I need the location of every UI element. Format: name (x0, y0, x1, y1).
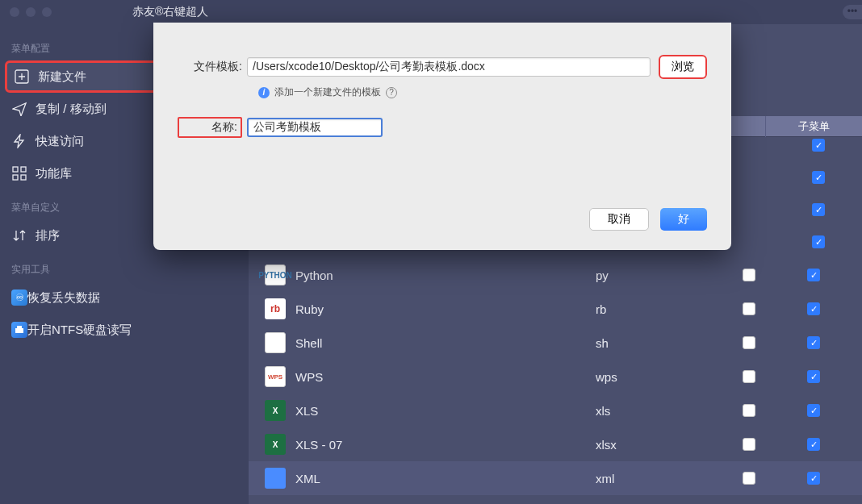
info-icon: i (258, 87, 270, 98)
file-template-input[interactable] (247, 57, 651, 77)
sidebar-item-label: 功能库 (36, 166, 72, 181)
enable-checkbox[interactable] (743, 370, 755, 383)
app-title: 赤友®右键超人 (132, 5, 208, 19)
file-name: Python (295, 269, 596, 282)
file-name: XLS - 07 (295, 438, 596, 452)
sidebar-item-label: 开启NTFS硬盘读写 (27, 323, 132, 338)
submenu-checkbox[interactable] (807, 302, 820, 315)
svg-rect-4 (21, 175, 26, 180)
file-name: Ruby (295, 302, 596, 316)
file-ext: xlsx (596, 438, 717, 452)
svg-rect-1 (13, 167, 18, 172)
file-row[interactable]: Shell sh (249, 326, 862, 360)
file-ext: py (596, 269, 717, 282)
hint-text: i 添加一个新建文件的模板 ? (258, 85, 707, 99)
enable-checkbox[interactable] (743, 269, 755, 281)
file-type-icon: X (265, 434, 286, 455)
submenu-checkbox[interactable] (807, 370, 820, 383)
file-ext: xls (596, 404, 717, 418)
sort-icon (11, 227, 27, 244)
sidebar-item-label: 快速访问 (36, 134, 84, 149)
close-light[interactable] (10, 7, 19, 17)
sidebar-item-recover[interactable]: ♾ 恢复丢失数据 (0, 281, 249, 314)
file-name: WPS (295, 370, 596, 384)
submenu-checkbox[interactable] (807, 336, 820, 349)
enable-checkbox[interactable] (743, 438, 755, 451)
enable-checkbox[interactable] (743, 404, 755, 417)
enable-checkbox[interactable] (743, 336, 755, 349)
submenu-checkbox[interactable] (812, 171, 825, 184)
sidebar-item-ntfs[interactable]: 开启NTFS硬盘读写 (0, 314, 249, 346)
section-tools: 实用工具 (0, 252, 249, 281)
hint-label: 添加一个新建文件的模板 (274, 85, 381, 99)
lightning-icon (11, 133, 27, 149)
label-name: 名称: (178, 117, 242, 138)
submenu-checkbox[interactable] (812, 203, 825, 216)
grid-icon (11, 165, 27, 181)
sidebar-item-label: 排序 (36, 228, 60, 244)
browse-button[interactable]: 浏览 (659, 55, 707, 79)
column-submenu[interactable]: 子菜单 (765, 116, 862, 137)
file-row[interactable]: WPS WPS wps (249, 360, 862, 394)
new-template-dialog: 文件模板: 浏览 i 添加一个新建文件的模板 ? 名称: 取消 好 (153, 23, 731, 250)
file-row[interactable]: X XLS - 07 xlsx (249, 427, 862, 461)
enable-checkbox[interactable] (743, 302, 755, 315)
submenu-checkbox[interactable] (812, 139, 825, 152)
file-name: Shell (295, 336, 596, 350)
label-file-template: 文件模板: (178, 60, 242, 74)
file-type-icon (265, 468, 286, 489)
sidebar-item-label: 恢复丢失数据 (27, 290, 100, 306)
help-icon[interactable]: ? (386, 87, 397, 98)
cancel-button[interactable]: 取消 (589, 208, 649, 231)
file-name: XLS (295, 404, 596, 418)
file-ext: sh (596, 336, 717, 350)
sidebar-item-label: 复制 / 移动到 (36, 102, 107, 117)
ok-button[interactable]: 好 (660, 208, 707, 231)
svg-rect-3 (13, 175, 18, 180)
file-row[interactable]: PYTHON Python py (249, 258, 862, 292)
submenu-checkbox[interactable] (807, 404, 820, 417)
window-controls[interactable] (10, 7, 52, 17)
send-icon (11, 101, 27, 117)
file-name: XML (295, 472, 596, 485)
ntfs-icon (11, 322, 27, 338)
file-ext: xml (596, 472, 717, 485)
submenu-checkbox[interactable] (807, 472, 820, 485)
recover-icon: ♾ (11, 289, 27, 306)
minimize-light[interactable] (26, 7, 36, 17)
submenu-checkbox[interactable] (812, 235, 825, 248)
file-type-icon: WPS (265, 366, 286, 387)
file-row[interactable]: rb Ruby rb (249, 292, 862, 326)
svg-rect-2 (21, 167, 26, 172)
zoom-light[interactable] (42, 7, 52, 17)
file-type-icon: PYTHON (265, 264, 286, 285)
plus-square-icon (14, 69, 30, 85)
submenu-checkbox[interactable] (807, 269, 820, 281)
submenu-checkbox[interactable] (807, 438, 820, 451)
file-row[interactable]: X XLS xls (249, 394, 862, 427)
file-ext: wps (596, 370, 717, 384)
sidebar-item-label: 新建文件 (38, 69, 86, 85)
file-type-icon: X (265, 400, 286, 421)
file-type-icon (265, 332, 286, 353)
file-type-icon: rb (265, 298, 286, 319)
title-right-handle[interactable]: ••• (843, 5, 862, 19)
file-ext: rb (596, 302, 717, 316)
file-row[interactable]: XML xml (249, 461, 862, 495)
enable-checkbox[interactable] (743, 472, 755, 485)
name-input[interactable] (247, 118, 383, 137)
